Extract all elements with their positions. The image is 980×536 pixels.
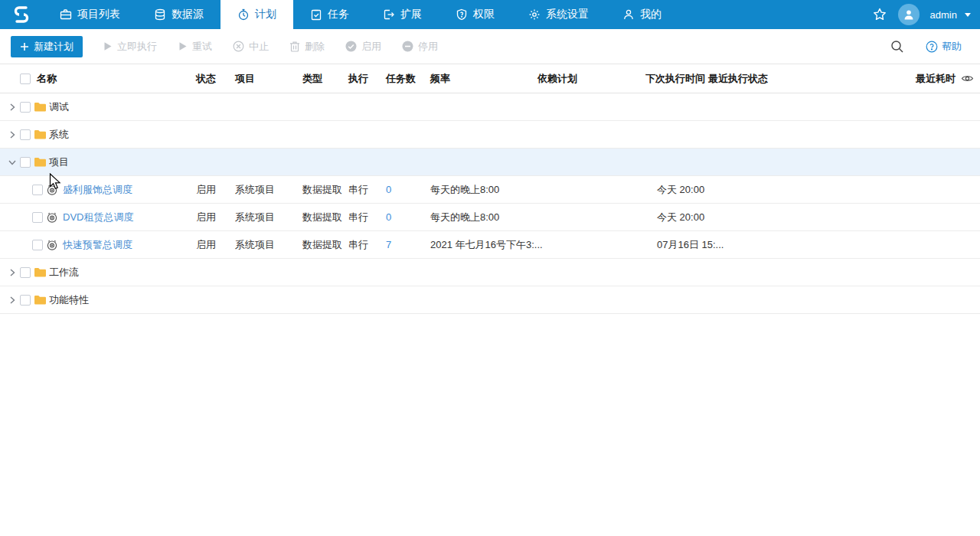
plans-toolbar: 新建计划 立即执行 重试 中止 — [0, 29, 980, 64]
clipboard-check-icon — [310, 8, 322, 21]
header-last-duration[interactable]: 最近耗时 — [916, 64, 956, 93]
nav-item-plans[interactable]: 计划 — [220, 0, 293, 29]
header-next-time[interactable]: 下次执行时间 — [645, 64, 705, 93]
enable-button[interactable]: 启用 — [345, 40, 381, 54]
help-button[interactable]: 帮助 — [926, 40, 962, 54]
nav-item-data-sources[interactable]: 数据源 — [137, 0, 220, 29]
nav-label: 我的 — [640, 8, 662, 21]
disable-button[interactable]: 停用 — [402, 40, 438, 54]
table-row-selected[interactable]: 项目 — [0, 149, 980, 176]
toolbar-right-area: 帮助 — [890, 40, 969, 54]
retry-label: 重试 — [192, 40, 212, 54]
plan-clock-icon — [46, 184, 58, 196]
nav-item-extensions[interactable]: 扩展 — [366, 0, 439, 29]
header-exec[interactable]: 执行 — [348, 64, 368, 93]
table-row[interactable]: 功能特性 — [0, 286, 980, 314]
folder-icon — [34, 156, 47, 168]
nav-item-permissions[interactable]: 权限 — [439, 0, 511, 29]
toolbar-actions: 立即执行 重试 中止 删除 — [103, 40, 438, 54]
nav-right-area: admin — [872, 0, 980, 29]
search-icon[interactable] — [890, 40, 904, 54]
chevron-right-icon[interactable] — [8, 268, 17, 277]
header-depends[interactable]: 依赖计划 — [537, 64, 577, 93]
folder-icon — [34, 101, 47, 113]
cancel-circle-icon — [233, 41, 244, 52]
plan-exec: 串行 — [348, 204, 368, 230]
table-row[interactable]: 盛利服饰总调度 启用 系统项目 数据提取 串行 0 每天的晚上8:00 今天 2… — [0, 176, 980, 204]
table-row[interactable]: 系统 — [0, 121, 980, 149]
header-name[interactable]: 名称 — [37, 64, 57, 93]
row-checkbox[interactable] — [20, 129, 31, 140]
delete-button[interactable]: 删除 — [289, 40, 325, 54]
user-avatar[interactable] — [898, 4, 920, 25]
plan-project: 系统项目 — [235, 204, 275, 230]
folder-label[interactable]: 工作流 — [49, 259, 79, 286]
header-tasks[interactable]: 任务数 — [386, 64, 416, 93]
trash-icon — [289, 41, 300, 52]
plan-type: 数据提取 — [302, 176, 342, 203]
table-row[interactable]: DVD租赁总调度 启用 系统项目 数据提取 串行 0 每天的晚上8:00 今天 … — [0, 204, 980, 231]
abort-button[interactable]: 中止 — [233, 40, 269, 54]
plan-task-count[interactable]: 0 — [386, 176, 391, 203]
minus-circle-icon — [402, 41, 413, 52]
chevron-down-icon[interactable] — [965, 13, 971, 17]
table-row[interactable]: 调试 — [0, 93, 980, 121]
plan-status: 启用 — [196, 204, 216, 230]
table-row[interactable]: 工作流 — [0, 259, 980, 286]
plan-name-link[interactable]: 盛利服饰总调度 — [63, 176, 132, 203]
folder-icon — [34, 294, 47, 306]
execute-now-button[interactable]: 立即执行 — [103, 40, 157, 54]
eye-columns-icon[interactable] — [961, 72, 974, 85]
chevron-right-icon[interactable] — [8, 296, 17, 305]
avatar-person-icon — [903, 8, 915, 21]
brand-s-icon — [10, 3, 33, 26]
header-project[interactable]: 项目 — [235, 64, 255, 93]
play-icon — [103, 41, 113, 51]
chevron-right-icon[interactable] — [8, 103, 17, 112]
row-checkbox[interactable] — [20, 102, 31, 113]
nav-label: 项目列表 — [77, 8, 120, 21]
folder-label[interactable]: 调试 — [49, 93, 69, 120]
row-checkbox[interactable] — [32, 212, 43, 223]
briefcase-icon — [60, 8, 72, 21]
header-status[interactable]: 状态 — [196, 64, 216, 93]
folder-label[interactable]: 项目 — [49, 149, 69, 175]
plan-name-link[interactable]: DVD租赁总调度 — [63, 204, 133, 230]
select-all-checkbox[interactable] — [20, 74, 31, 84]
gear-icon — [528, 8, 541, 21]
folder-label[interactable]: 系统 — [49, 121, 69, 148]
nav-item-mine[interactable]: 我的 — [606, 0, 678, 29]
header-freq[interactable]: 频率 — [430, 64, 450, 93]
retry-button[interactable]: 重试 — [178, 40, 212, 54]
star-icon[interactable] — [872, 7, 887, 22]
new-plan-button[interactable]: 新建计划 — [11, 36, 83, 57]
plan-name-link[interactable]: 快速预警总调度 — [63, 231, 132, 258]
disable-label: 停用 — [418, 40, 438, 54]
row-checkbox[interactable] — [20, 267, 31, 278]
row-checkbox[interactable] — [20, 157, 31, 168]
chevron-down-icon[interactable] — [8, 158, 17, 167]
nav-item-tasks[interactable]: 任务 — [293, 0, 366, 29]
header-type[interactable]: 类型 — [302, 64, 322, 93]
plan-task-count[interactable]: 7 — [386, 231, 391, 258]
delete-label: 删除 — [305, 40, 325, 54]
nav-label: 扩展 — [400, 8, 422, 21]
nav-item-system-settings[interactable]: 系统设置 — [511, 0, 606, 29]
row-checkbox[interactable] — [20, 295, 31, 306]
abort-label: 中止 — [249, 40, 269, 54]
app-logo[interactable] — [0, 0, 43, 29]
database-icon — [154, 8, 166, 21]
plan-task-count[interactable]: 0 — [386, 204, 391, 230]
row-checkbox[interactable] — [32, 185, 43, 195]
nav-label: 计划 — [255, 8, 276, 21]
plan-status: 启用 — [196, 231, 216, 258]
question-circle-icon — [926, 41, 938, 53]
row-checkbox[interactable] — [32, 240, 43, 250]
table-row[interactable]: 快速预警总调度 启用 系统项目 数据提取 串行 7 2021 年七月16号下午3… — [0, 231, 980, 259]
username-label[interactable]: admin — [930, 9, 957, 21]
folder-label[interactable]: 功能特性 — [49, 286, 89, 313]
plan-type: 数据提取 — [302, 204, 342, 230]
chevron-right-icon[interactable] — [8, 130, 17, 139]
header-last-status[interactable]: 最近执行状态 — [708, 64, 768, 93]
nav-item-project-list[interactable]: 项目列表 — [43, 0, 137, 29]
